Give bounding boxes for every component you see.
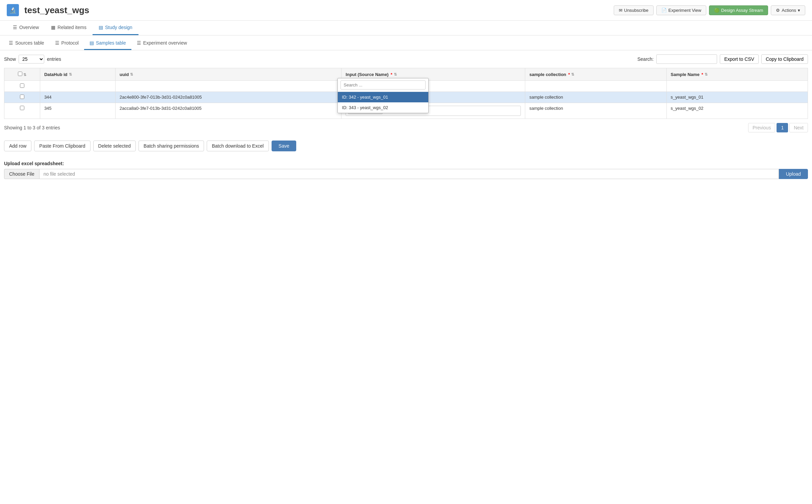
row-344-collection: sample collection bbox=[525, 92, 666, 103]
dropdown-option-342[interactable]: ID: 342 - yeast_wgs_01 bbox=[338, 92, 428, 102]
related-items-icon: ▦ bbox=[51, 25, 55, 30]
row-empty-collection bbox=[525, 81, 666, 92]
experiment-overview-icon: ☰ bbox=[137, 40, 141, 46]
unsubscribe-button[interactable]: ✉ Unsubscribe bbox=[614, 5, 654, 15]
th-uuid: uuid ⇅ bbox=[115, 68, 341, 81]
header-actions: ✉ Unsubscribe 📄 Experiment View 🟢 Design… bbox=[614, 5, 806, 15]
design-assay-icon: 🟢 bbox=[714, 8, 719, 13]
page-1-button[interactable]: 1 bbox=[777, 123, 788, 132]
row-345-collection: sample collection bbox=[525, 103, 666, 119]
dropdown-search-area bbox=[338, 78, 428, 92]
unsubscribe-icon: ✉ bbox=[619, 8, 623, 13]
row-344-name: s_yeast_wgs_01 bbox=[666, 92, 808, 103]
delete-selected-button[interactable]: Delete selected bbox=[93, 141, 136, 151]
row-344-id: 344 bbox=[40, 92, 115, 103]
th-datahub-id: DataHub id ⇅ bbox=[40, 68, 115, 81]
required-star-collection: * bbox=[568, 72, 570, 77]
actions-button[interactable]: ⚙ Actions ▾ bbox=[771, 5, 805, 15]
row-345-id: 345 bbox=[40, 103, 115, 119]
dropdown-option-343[interactable]: ID: 343 - yeast_wgs_02 bbox=[338, 102, 428, 113]
previous-page-button[interactable]: Previous bbox=[748, 123, 775, 132]
save-button[interactable]: Save bbox=[272, 141, 297, 151]
tab-study-design[interactable]: ▤ Study design bbox=[93, 21, 138, 35]
row-345-checkbox[interactable] bbox=[20, 106, 24, 110]
app-logo: 🔬 bbox=[7, 4, 19, 16]
copy-to-clipboard-button[interactable]: Copy to Clipboard bbox=[761, 54, 808, 64]
subtab-sources-table[interactable]: ☰ Sources table bbox=[3, 37, 50, 50]
row-empty-input[interactable]: ID: 342 - yeast_wgs_01 ID: 343 - yeast_w… bbox=[341, 81, 525, 92]
search-section: Search: Export to CSV Copy to Clipboard bbox=[637, 54, 808, 64]
sort-icon-id[interactable]: ⇅ bbox=[69, 72, 72, 77]
file-name-text: no file selected bbox=[39, 169, 779, 179]
sort-icon-check[interactable]: ⇅ bbox=[23, 73, 26, 77]
th-checkbox: ⇅ bbox=[4, 68, 40, 81]
sub-tabs: ☰ Sources table ☰ Protocol ▤ Samples tab… bbox=[0, 37, 812, 50]
upload-row: Choose File no file selected Upload bbox=[4, 169, 808, 179]
row-345-uuid: 2acca8a0-3fe7-013b-3d31-0242c0a81005 bbox=[115, 103, 341, 119]
overview-icon: ☰ bbox=[13, 25, 17, 30]
tab-overview[interactable]: ☰ Overview bbox=[7, 21, 45, 35]
required-star-name: * bbox=[702, 72, 703, 77]
table-controls: Show 25 10 50 100 entries Search: Export… bbox=[0, 50, 812, 68]
upload-section: Upload excel spreadsheet: Choose File no… bbox=[0, 155, 812, 184]
row-empty-uuid bbox=[115, 81, 341, 92]
row-344-uuid: 2ac4e800-3fe7-013b-3d31-0242c0a81005 bbox=[115, 92, 341, 103]
sort-icon-uuid[interactable]: ⇅ bbox=[130, 72, 133, 77]
add-row-button[interactable]: Add row bbox=[4, 141, 31, 151]
sources-table-icon: ☰ bbox=[9, 40, 13, 46]
protocol-icon: ☰ bbox=[55, 40, 59, 46]
subtab-samples-table[interactable]: ▤ Samples table bbox=[84, 37, 131, 50]
required-star-input: * bbox=[390, 72, 392, 77]
entries-label: entries bbox=[47, 56, 61, 62]
row-empty-checkbox[interactable] bbox=[20, 83, 24, 88]
row-empty-id bbox=[40, 81, 115, 92]
th-sample-collection: sample collection * ⇅ bbox=[525, 68, 666, 81]
row-345-name: s_yeast_wgs_02 bbox=[666, 103, 808, 119]
samples-table-icon: ▤ bbox=[90, 40, 94, 46]
sort-icon-input[interactable]: ⇅ bbox=[394, 72, 397, 77]
row-empty-name bbox=[666, 81, 808, 92]
row-344-checkbox[interactable] bbox=[20, 95, 24, 99]
dropdown-search-input[interactable] bbox=[340, 80, 426, 90]
subtab-experiment-overview[interactable]: ☰ Experiment overview bbox=[131, 37, 193, 50]
samples-table-wrapper: ⇅ DataHub id ⇅ uuid ⇅ Input (So bbox=[0, 68, 812, 119]
sort-icon-collection[interactable]: ⇅ bbox=[571, 72, 574, 77]
select-all-checkbox[interactable] bbox=[18, 72, 22, 76]
study-design-icon: ▤ bbox=[99, 25, 103, 30]
bottom-action-bar: Add row Paste From Clipboard Delete sele… bbox=[0, 136, 812, 155]
batch-download-button[interactable]: Batch download to Excel bbox=[207, 141, 269, 151]
next-page-button[interactable]: Next bbox=[789, 123, 808, 132]
show-label: Show bbox=[4, 56, 16, 62]
page-header: 🔬 test_yeast_wgs ✉ Unsubscribe 📄 Experim… bbox=[0, 0, 812, 21]
samples-table: ⇅ DataHub id ⇅ uuid ⇅ Input (So bbox=[4, 68, 808, 119]
table-row: ID: 342 - yeast_wgs_01 ID: 343 - yeast_w… bbox=[4, 81, 808, 92]
search-label: Search: bbox=[637, 56, 654, 62]
row-344-check bbox=[4, 92, 40, 103]
paste-from-clipboard-button[interactable]: Paste From Clipboard bbox=[34, 141, 90, 151]
chevron-down-icon: ▾ bbox=[798, 8, 800, 13]
search-input[interactable] bbox=[656, 54, 717, 64]
show-entries: Show 25 10 50 100 entries bbox=[4, 55, 61, 64]
upload-label: Upload excel spreadsheet: bbox=[4, 161, 808, 166]
batch-sharing-button[interactable]: Batch sharing permissions bbox=[138, 141, 204, 151]
tab-related-items[interactable]: ▦ Related items bbox=[45, 21, 93, 35]
pagination: Previous 1 Next bbox=[748, 123, 808, 132]
export-csv-button[interactable]: Export to CSV bbox=[720, 54, 759, 64]
entries-select[interactable]: 25 10 50 100 bbox=[19, 55, 44, 64]
row-345-check bbox=[4, 103, 40, 119]
experiment-view-icon: 📄 bbox=[661, 8, 667, 13]
subtab-protocol[interactable]: ☰ Protocol bbox=[50, 37, 84, 50]
sort-icon-name[interactable]: ⇅ bbox=[705, 72, 708, 77]
row-empty-check bbox=[4, 81, 40, 92]
nav-tabs: ☰ Overview ▦ Related items ▤ Study desig… bbox=[0, 21, 812, 35]
experiment-view-button[interactable]: 📄 Experiment View bbox=[656, 5, 706, 15]
choose-file-label[interactable]: Choose File bbox=[4, 169, 39, 179]
showing-text: Showing 1 to 3 of 3 entries bbox=[4, 125, 60, 130]
th-sample-name: Sample Name * ⇅ bbox=[666, 68, 808, 81]
design-assay-stream-button[interactable]: 🟢 Design Assay Stream bbox=[709, 5, 768, 15]
page-title: test_yeast_wgs bbox=[24, 5, 608, 16]
gear-icon: ⚙ bbox=[776, 8, 780, 13]
pagination-area: Showing 1 to 3 of 3 entries Previous 1 N… bbox=[0, 119, 812, 136]
upload-button[interactable]: Upload bbox=[779, 169, 808, 179]
input-source-dropdown: ID: 342 - yeast_wgs_01 ID: 343 - yeast_w… bbox=[337, 78, 429, 113]
